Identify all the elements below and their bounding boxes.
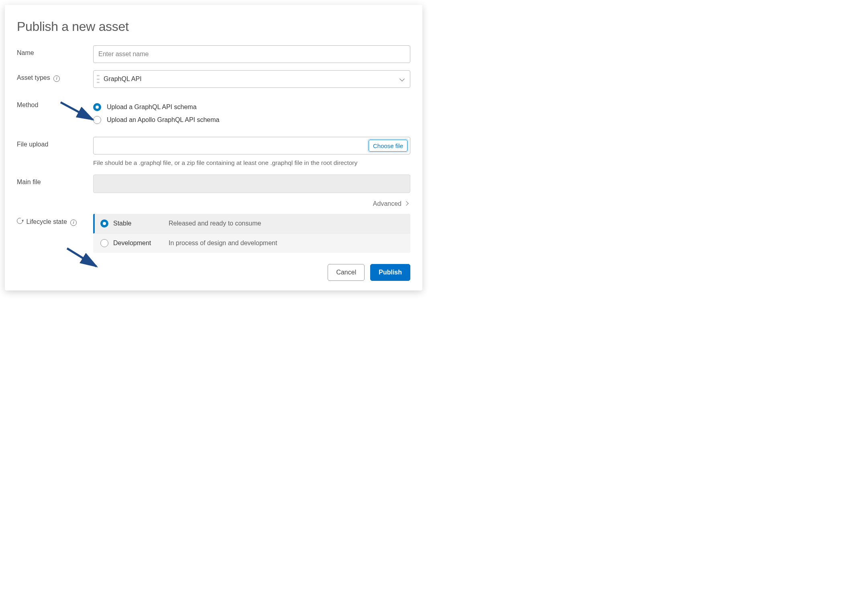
radio-unchecked-icon (93, 116, 101, 124)
publish-button[interactable]: Publish (370, 264, 410, 281)
lifecycle-name-label: Stable (113, 220, 131, 227)
asset-type-select[interactable]: GraphQL API (93, 70, 410, 88)
radio-checked-icon (100, 219, 108, 227)
lifecycle-options: Stable Released and ready to consume Dev… (93, 214, 410, 253)
row-method: Method Upload a GraphQL API schema Uploa… (17, 97, 410, 130)
row-main-file: Main file (17, 175, 410, 193)
drag-handle-icon (97, 75, 100, 83)
lifecycle-icon (17, 218, 23, 224)
main-file-input (93, 175, 410, 193)
chevron-right-icon (405, 202, 409, 206)
cancel-button[interactable]: Cancel (328, 264, 365, 281)
radio-checked-icon (93, 103, 101, 111)
label-main-file: Main file (17, 175, 93, 186)
lifecycle-desc: Released and ready to consume (169, 220, 261, 227)
chevron-down-icon (399, 76, 405, 82)
info-icon[interactable]: i (53, 75, 60, 82)
label-method: Method (17, 97, 93, 109)
asset-type-selected: GraphQL API (104, 75, 142, 83)
radio-unchecked-icon (100, 239, 108, 247)
publish-asset-dialog: Publish a new asset Name Asset types i G… (5, 5, 422, 290)
row-file-upload: File upload Choose file File should be a… (17, 137, 410, 167)
lifecycle-option-stable[interactable]: Stable Released and ready to consume (93, 214, 410, 234)
label-asset-types: Asset types i (17, 70, 93, 82)
info-icon[interactable]: i (70, 219, 77, 226)
advanced-toggle[interactable]: Advanced (373, 200, 409, 207)
row-lifecycle: Lifecycle state i Stable Released and re… (17, 214, 410, 253)
label-name: Name (17, 45, 93, 57)
method-option-label: Upload a GraphQL API schema (107, 104, 197, 111)
asset-name-input[interactable] (93, 45, 410, 63)
dialog-actions: Cancel Publish (17, 264, 410, 281)
lifecycle-name-label: Development (113, 240, 151, 247)
row-advanced: Advanced (17, 200, 410, 207)
label-file-upload: File upload (17, 137, 93, 148)
lifecycle-option-development[interactable]: Development In process of design and dev… (93, 234, 410, 253)
label-lifecycle: Lifecycle state i (17, 214, 93, 226)
row-name: Name (17, 45, 410, 63)
file-upload-box: Choose file (93, 137, 410, 154)
dialog-title: Publish a new asset (17, 19, 410, 34)
method-option-apollo[interactable]: Upload an Apollo GraphQL API schema (93, 114, 410, 126)
lifecycle-desc: In process of design and development (169, 240, 277, 247)
file-upload-helper: File should be a .graphql file, or a zip… (93, 159, 410, 167)
choose-file-button[interactable]: Choose file (369, 140, 408, 152)
method-option-graphql[interactable]: Upload a GraphQL API schema (93, 101, 410, 114)
row-asset-types: Asset types i GraphQL API (17, 70, 410, 88)
method-option-label: Upload an Apollo GraphQL API schema (107, 116, 219, 124)
